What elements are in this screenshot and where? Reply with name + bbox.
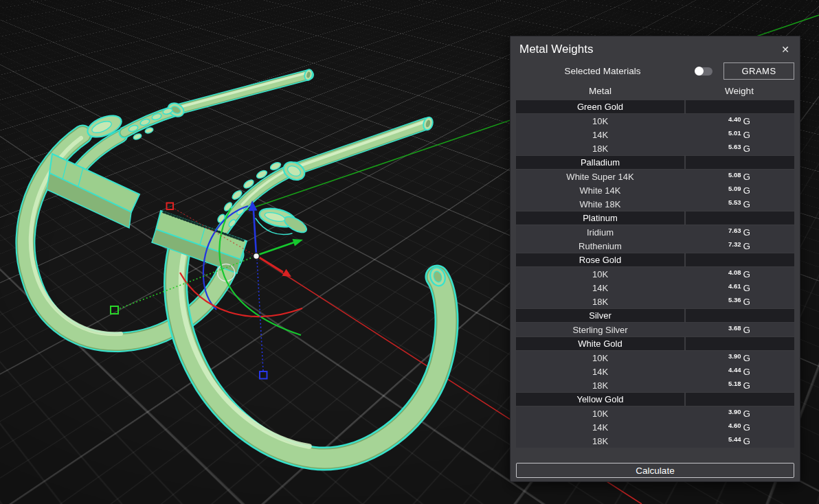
weight-unit: G [743,227,750,238]
weight-unit: G [743,185,750,196]
table-column-headers: Metal Weight [511,84,800,100]
scale-y-handle[interactable] [111,306,118,314]
metal-row[interactable]: 18K5.44G [516,434,794,448]
weight-number: 4.08 [728,268,741,276]
group-header-row[interactable]: Rose Gold [516,253,794,266]
group-name-cell[interactable]: Rose Gold [516,253,684,266]
earring-model-right[interactable] [152,116,447,459]
weight-unit: G [743,436,750,446]
group-header-row[interactable]: Palladium [516,156,794,169]
metal-label: 14K [516,422,684,433]
weight-number: 5.53 [728,198,741,206]
weight-unit: G [743,353,750,363]
metal-row[interactable]: 14K4.44G [516,365,794,378]
metal-row[interactable]: 10K3.90G [516,351,794,365]
group-rows-block: Sterling Silver3.68G [516,323,794,336]
weight-value: 5.44G [684,436,794,446]
weight-unit: G [743,367,750,377]
metal-row[interactable]: 18K5.36G [516,295,794,308]
metal-row[interactable]: 14K4.60G [516,420,794,434]
metal-row[interactable]: 14K5.01G [516,128,794,141]
metal-row[interactable]: 18K5.63G [516,141,794,155]
weight-number: 5.36 [728,296,741,303]
toggle-knob [695,67,704,76]
metal-label: White Super 14K [516,172,684,182]
weight-unit: G [743,116,750,126]
weight-value: 4.60G [684,422,794,433]
group-header-row[interactable]: Yellow Gold [516,393,794,406]
weight-value: 3.90G [684,409,794,419]
units-button[interactable]: GRAMS [723,62,794,80]
weight-unit: G [743,380,750,391]
metal-label: 14K [516,130,684,140]
weight-value: 5.09G [684,185,794,196]
scale-z-handle[interactable] [260,371,267,379]
scale-x-handle[interactable] [167,203,174,210]
metal-row[interactable]: White Super 14K5.08G [516,170,794,183]
metal-row[interactable]: White 14K5.09G [516,183,794,197]
metal-row[interactable]: Ruthenium7.32G [516,239,794,253]
metal-row[interactable]: 18K5.18G [516,378,794,392]
metal-label: 10K [516,269,684,279]
weight-number: 7.63 [728,227,741,234]
selected-materials-label: Selected Materials [516,66,689,76]
gizmo-center-handle[interactable] [254,253,260,260]
weight-value: 5.36G [684,297,794,307]
group-rows-block: 10K4.08G14K4.61G18K5.36G [516,267,794,308]
metal-weights-table: Green Gold10K4.40G14K5.01G18K5.63GPallad… [511,100,800,448]
weight-number: 4.61 [728,282,741,290]
group-header-row[interactable]: Platinum [516,211,794,225]
group-rows-block: 10K3.90G14K4.60G18K5.44G [516,406,794,448]
group-header-row[interactable]: White Gold [516,337,794,350]
metal-label: 18K [516,297,684,307]
group-weight-cell [686,309,794,322]
metal-row[interactable]: White 18K5.53G [516,197,794,211]
weight-unit: G [743,283,750,293]
metal-label: 18K [516,144,684,154]
metal-label: 10K [516,353,684,363]
move-z-arrow[interactable] [249,201,258,255]
metal-label: White 18K [516,199,684,209]
weight-value: 4.61G [684,283,794,293]
app-window: Metal Weights ✕ Selected Materials GRAMS… [0,0,819,504]
weight-unit: G [743,241,750,251]
group-rows-block: Iridium7.63GRuthenium7.32G [516,225,794,253]
metal-label: White 14K [516,185,684,196]
weight-value: 7.63G [684,227,794,238]
metal-row[interactable]: 10K4.08G [516,267,794,281]
weight-number: 5.08 [728,171,741,179]
metal-label: 14K [516,367,684,377]
selected-materials-toggle[interactable] [695,67,713,76]
group-name-cell[interactable]: Silver [516,309,684,322]
close-icon[interactable]: ✕ [780,45,791,54]
weight-number: 5.44 [728,435,741,443]
move-x-arrow[interactable] [256,255,291,277]
group-weight-cell [686,100,794,113]
group-name-cell[interactable]: White Gold [516,337,684,350]
weight-unit: G [743,144,750,154]
group-name-cell[interactable]: Green Gold [516,100,684,113]
group-header-row[interactable]: Green Gold [516,100,794,113]
weight-value: 4.08G [684,269,794,279]
weight-number: 4.60 [728,422,741,429]
metal-label: 18K [516,380,684,391]
metal-row[interactable]: Sterling Silver3.68G [516,323,794,336]
weight-column-header: Weight [684,86,794,96]
metal-row[interactable]: 14K4.61G [516,281,794,295]
calculate-button[interactable]: Calculate [516,463,794,478]
panel-title: Metal Weights [519,43,593,56]
weight-value: 5.01G [684,130,794,140]
group-header-row[interactable]: Silver [516,309,794,322]
group-name-cell[interactable]: Palladium [516,156,684,169]
metal-row[interactable]: 10K4.40G [516,114,794,128]
move-y-arrow[interactable] [256,239,303,255]
group-name-cell[interactable]: Yellow Gold [516,393,684,406]
weight-value: 4.44G [684,367,794,377]
metal-row[interactable]: 10K3.90G [516,406,794,420]
metal-weights-panel: Metal Weights ✕ Selected Materials GRAMS… [510,36,800,482]
group-name-cell[interactable]: Platinum [516,211,684,225]
panel-header: Metal Weights ✕ [511,36,800,58]
metal-row[interactable]: Iridium7.63G [516,225,794,239]
group-rows-block: White Super 14K5.08GWhite 14K5.09GWhite … [516,170,794,211]
metal-label: Iridium [516,227,684,238]
